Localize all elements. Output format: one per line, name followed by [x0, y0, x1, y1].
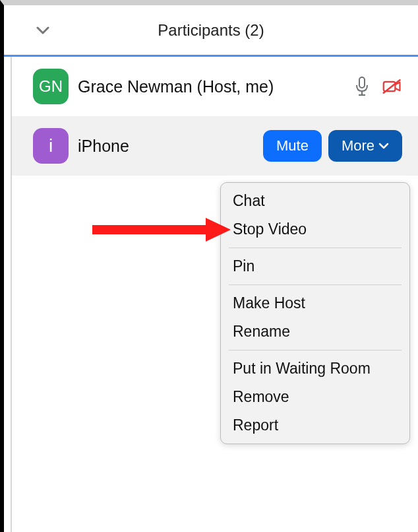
menu-item-make-host[interactable]: Make Host [221, 289, 409, 317]
page-title: Participants (2) [158, 21, 264, 40]
menu-separator [229, 350, 402, 350]
more-button[interactable]: More [328, 130, 402, 162]
chevron-down-icon [378, 142, 389, 150]
svg-rect-3 [384, 82, 396, 91]
participant-row[interactable]: i iPhone Mute More [12, 116, 418, 176]
menu-separator [229, 284, 402, 285]
menu-separator [229, 248, 402, 248]
participant-name: iPhone [78, 137, 263, 156]
menu-item-waiting-room[interactable]: Put in Waiting Room [221, 354, 409, 383]
menu-item-rename[interactable]: Rename [221, 317, 409, 346]
menu-item-chat[interactable]: Chat [221, 187, 409, 215]
participants-header: Participants (2) [4, 5, 418, 57]
menu-item-stop-video[interactable]: Stop Video [221, 215, 409, 244]
microphone-icon [352, 77, 372, 96]
chevron-down-icon[interactable] [34, 22, 51, 39]
more-dropdown: Chat Stop Video Pin Make Host Rename Put… [220, 182, 410, 444]
svg-rect-0 [359, 77, 365, 88]
avatar: i [33, 128, 69, 164]
menu-item-report[interactable]: Report [221, 411, 409, 440]
participant-name: Grace Newman (Host, me) [78, 77, 352, 96]
avatar: GN [33, 69, 69, 104]
mute-button[interactable]: Mute [263, 130, 322, 162]
menu-item-remove[interactable]: Remove [221, 383, 409, 411]
video-off-icon [382, 77, 402, 96]
participant-row[interactable]: GN Grace Newman (Host, me) [12, 57, 418, 116]
menu-item-pin[interactable]: Pin [221, 252, 409, 281]
